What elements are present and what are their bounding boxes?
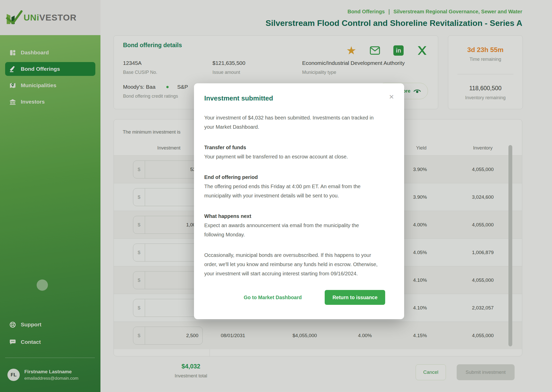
section-heading: Transfer of funds	[204, 143, 377, 152]
section-body: Expect an awards announcement via email …	[204, 221, 377, 239]
modal-section-transfer: Transfer of funds Your payment will be t…	[204, 143, 377, 161]
modal-intro-text: Your investment of $4,032 has been submi…	[204, 113, 377, 132]
return-to-issuance-button[interactable]: Return to issuance	[325, 290, 385, 305]
go-to-dashboard-link[interactable]: Go to Market Dashboard	[244, 295, 302, 300]
close-icon[interactable]: ×	[389, 93, 394, 101]
modal-actions: Go to Market Dashboard Return to issuanc…	[204, 290, 394, 305]
investment-submitted-modal: Investment submitted × Your investment o…	[194, 83, 404, 319]
modal-note-text: Occasionally, municipal bonds are oversu…	[204, 250, 381, 278]
modal-section-what-next: What happens next Expect an awards annou…	[204, 212, 377, 239]
section-body: Your payment will be transferred to an e…	[204, 152, 377, 161]
modal-title: Investment submitted	[204, 94, 394, 103]
section-heading: What happens next	[204, 212, 377, 221]
section-heading: End of offering period	[204, 173, 377, 182]
modal-section-offering-period: End of offering period The offering peri…	[204, 173, 377, 200]
section-body: The offering period ends this Friday at …	[204, 182, 377, 200]
